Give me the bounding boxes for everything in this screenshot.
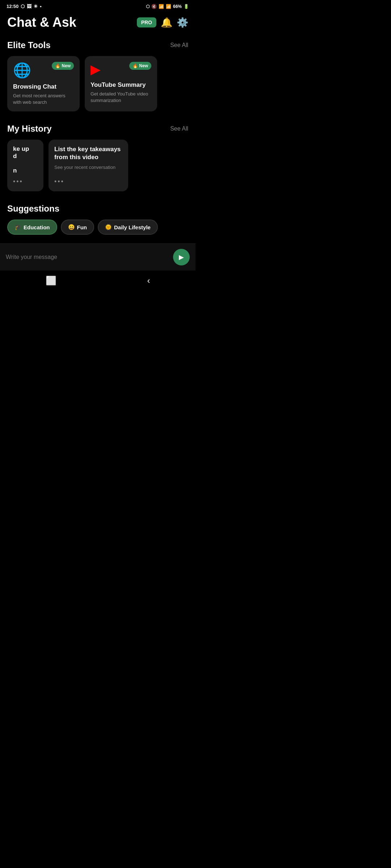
history-see-all[interactable]: See All	[170, 125, 188, 132]
send-button[interactable]: ▶	[173, 249, 190, 265]
youtube-summary-icon: ▶	[91, 62, 101, 77]
browsing-chat-icon: 🌐	[13, 62, 31, 79]
youtube-new-badge: 🔥 New	[129, 62, 151, 70]
status-bar: 12:50 ⬡ 🖼 ✳ • ⬡ 🔇 📶 📶 66% 🔋	[0, 0, 196, 11]
new-badge-emoji: 🔥	[55, 63, 60, 68]
elite-tools-see-all[interactable]: See All	[170, 42, 188, 48]
suggestions-title: Suggestions	[7, 204, 59, 214]
elite-tools-title: Elite Tools	[7, 40, 51, 50]
youtube-summary-card-top: ▶ 🔥 New	[91, 62, 151, 77]
message-input[interactable]	[6, 254, 169, 260]
dot-indicator: •	[40, 4, 42, 9]
daily-lifestyle-emoji: 🌞	[105, 224, 112, 230]
suggestions-section: Suggestions 🎓 Education 😄 Fun 🌞 Daily Li…	[7, 204, 188, 236]
suggestions-chips: 🎓 Education 😄 Fun 🌞 Daily Lifestyle	[7, 220, 188, 236]
fun-emoji: 😄	[68, 224, 75, 230]
header-row: Chat & Ask PRO 🔔 ⚙️	[7, 15, 188, 30]
history-title: My History	[7, 124, 52, 134]
youtube-summary-name: YouTube Summary	[91, 81, 151, 89]
app-title: Chat & Ask	[7, 15, 133, 30]
browsing-chat-name: Browsing Chat	[13, 83, 74, 90]
battery-display: 66%	[173, 4, 182, 9]
send-icon: ▶	[179, 253, 184, 261]
browsing-chat-card-top: 🌐 🔥 New	[13, 62, 74, 79]
wifi-icon: 📶	[159, 4, 164, 9]
sync-icon: ⬡	[21, 4, 25, 9]
education-emoji: 🎓	[14, 224, 21, 230]
image-icon: 🖼	[27, 4, 31, 9]
takeaways-card-text: List the key takeaways from this video	[54, 145, 122, 161]
fun-label: Fun	[77, 224, 87, 230]
takeaways-card-dots[interactable]: •••	[54, 178, 122, 186]
youtube-summary-desc: Get detailed YouTube video summarization	[91, 91, 151, 104]
new-badge-label: New	[62, 63, 71, 68]
time-display: 12:50	[7, 4, 18, 9]
education-label: Education	[24, 224, 50, 230]
elite-tools-header: Elite Tools See All	[7, 40, 188, 50]
takeaways-card-sub: See your recent conversation	[54, 165, 122, 170]
browsing-chat-desc: Get most recent answers with web search	[13, 93, 74, 106]
settings-icon[interactable]: ⚙️	[177, 17, 188, 28]
nav-square-icon[interactable]: ⬜	[46, 276, 56, 286]
bluetooth-icon: ⬡	[146, 4, 150, 9]
browsing-chat-new-badge: 🔥 New	[52, 62, 74, 70]
signal-icon: 📶	[166, 4, 171, 9]
battery-icon: 🔋	[184, 4, 189, 9]
elite-tools-row: 🌐 🔥 New Browsing Chat Get most recent an…	[7, 56, 188, 113]
history-card-takeaways[interactable]: List the key takeaways from this video S…	[49, 140, 128, 191]
yt-new-badge-emoji: 🔥	[133, 63, 138, 68]
history-card-partial[interactable]: ke updn •••	[7, 140, 43, 191]
history-row: ke updn ••• List the key takeaways from …	[7, 140, 188, 193]
notification-icon[interactable]: 🔔	[161, 17, 172, 28]
mute-icon: 🔇	[151, 4, 157, 9]
pro-badge[interactable]: PRO	[137, 17, 156, 27]
status-right: ⬡ 🔇 📶 📶 66% 🔋	[146, 4, 189, 9]
main-content: Chat & Ask PRO 🔔 ⚙️ Elite Tools See All …	[0, 11, 196, 236]
chip-education[interactable]: 🎓 Education	[7, 220, 57, 235]
status-left: 12:50 ⬡ 🖼 ✳ •	[7, 4, 42, 9]
nav-bar: ⬜ ‹	[0, 271, 196, 292]
pinwheel-icon: ✳	[34, 4, 38, 9]
youtube-summary-card[interactable]: ▶ 🔥 New YouTube Summary Get detailed You…	[85, 56, 157, 111]
browsing-chat-card[interactable]: 🌐 🔥 New Browsing Chat Get most recent an…	[7, 56, 80, 111]
chip-fun[interactable]: 😄 Fun	[61, 220, 94, 235]
history-header: My History See All	[7, 124, 188, 134]
daily-lifestyle-label: Daily Lifestyle	[114, 224, 151, 230]
suggestions-header: Suggestions	[7, 204, 188, 214]
nav-back-icon[interactable]: ‹	[147, 276, 150, 286]
yt-new-badge-label: New	[139, 63, 148, 68]
chip-daily-lifestyle[interactable]: 🌞 Daily Lifestyle	[98, 220, 158, 235]
message-bar: ▶	[0, 243, 196, 271]
partial-card-text: ke updn	[13, 145, 38, 174]
partial-card-dots[interactable]: •••	[13, 178, 38, 186]
